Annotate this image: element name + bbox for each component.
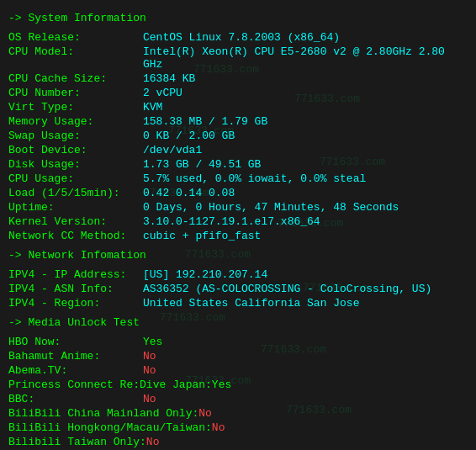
label-swap: Swap Usage:	[8, 130, 143, 142]
info-row: CPU Model: Intel(R) Xeon(R) CPU E5-2680 …	[8, 45, 468, 71]
info-row: Disk Usage: 1.73 GB / 49.51 GB	[8, 158, 468, 171]
value-hbo: Yes	[143, 336, 162, 348]
info-row: BBC: No	[8, 393, 468, 405]
label-bilibili-hk: BiliBili Hongkong/Macau/Taiwan:	[8, 421, 212, 434]
value-cpu-model: Intel(R) Xeon(R) CPU E5-2680 v2 @ 2.80GH…	[143, 45, 468, 71]
info-row: CPU Number: 2 vCPU	[8, 87, 468, 99]
value-princess: Yes	[212, 379, 231, 391]
info-row: BiliBili China Mainland Only: No	[8, 407, 468, 420]
network-info-header: -> Network Infomation	[8, 249, 468, 262]
info-row: Bahamut Anime: No	[8, 350, 468, 363]
info-row: Memory Usage: 158.38 MB / 1.79 GB	[8, 115, 468, 128]
label-bahamut: Bahamut Anime:	[8, 350, 143, 363]
label-bilibili-tw: Bilibili Taiwan Only:	[8, 436, 146, 448]
value-bilibili-china: No	[198, 407, 212, 420]
value-load: 0.42 0.14 0.08	[143, 187, 235, 199]
label-cpu-cache: CPU Cache Size:	[8, 72, 143, 85]
info-row: IPV4 - IP Address: [US] 192.210.207.14	[8, 268, 468, 281]
value-swap: 0 KB / 2.00 GB	[143, 130, 235, 142]
value-ipv4-asn: AS36352 (AS-COLOCROSSING - ColoCrossing,…	[143, 283, 431, 295]
value-os: CentOS Linux 7.8.2003 (x86_64)	[143, 31, 340, 44]
info-row: Kernel Version: 3.10.0-1127.19.1.el7.x86…	[8, 215, 468, 228]
label-uptime: Uptime:	[8, 201, 143, 214]
main-container: -> System Information OS Release: CentOS…	[0, 0, 476, 450]
label-princess: Princess Connect Re:Dive Japan:	[8, 379, 212, 391]
label-hbo: HBO Now:	[8, 336, 143, 348]
label-bilibili-china: BiliBili China Mainland Only:	[8, 407, 198, 420]
label-load: Load (1/5/15min):	[8, 187, 143, 199]
value-abema: No	[143, 364, 156, 377]
info-row: HBO Now: Yes	[8, 336, 468, 348]
info-row: Load (1/5/15min): 0.42 0.14 0.08	[8, 187, 468, 199]
info-row: Virt Type: KVM	[8, 101, 468, 114]
info-row: CPU Cache Size: 16384 KB	[8, 72, 468, 85]
info-row: IPV4 - ASN Info: AS36352 (AS-COLOCROSSIN…	[8, 283, 468, 295]
value-boot: /dev/vda1	[143, 144, 202, 156]
label-memory: Memory Usage:	[8, 115, 143, 128]
info-row: Abema.TV: No	[8, 364, 468, 377]
system-info-header: -> System Information	[8, 12, 468, 24]
label-ipv4-ip: IPV4 - IP Address:	[8, 268, 143, 281]
label-boot: Boot Device:	[8, 144, 143, 156]
value-cpu-usage: 5.7% used, 0.0% iowait, 0.0% steal	[143, 172, 366, 185]
value-bahamut: No	[143, 350, 156, 363]
media-unlock-rows: HBO Now: Yes Bahamut Anime: No Abema.TV:…	[8, 336, 468, 448]
value-ipv4-ip: [US] 192.210.207.14	[143, 268, 267, 281]
value-uptime: 0 Days, 0 Hours, 47 Minutes, 48 Seconds	[143, 201, 399, 214]
media-unlock-header: -> Media Unlock Test	[8, 316, 468, 329]
label-kernel: Kernel Version:	[8, 215, 143, 228]
label-cpu-number: CPU Number:	[8, 87, 143, 99]
info-row: CPU Usage: 5.7% used, 0.0% iowait, 0.0% …	[8, 172, 468, 185]
label-os: OS Release:	[8, 31, 143, 44]
value-bilibili-hk: No	[212, 421, 225, 434]
value-disk: 1.73 GB / 49.51 GB	[143, 158, 261, 171]
label-cc: Network CC Method:	[8, 230, 143, 242]
label-ipv4-region: IPV4 - Region:	[8, 297, 143, 310]
value-cc: cubic + pfifo_fast	[143, 230, 261, 242]
info-row: OS Release: CentOS Linux 7.8.2003 (x86_6…	[8, 31, 468, 44]
value-bilibili-tw: No	[146, 436, 160, 448]
value-memory: 158.38 MB / 1.79 GB	[143, 115, 267, 128]
info-row: Princess Connect Re:Dive Japan: Yes	[8, 379, 468, 391]
info-row: Swap Usage: 0 KB / 2.00 GB	[8, 130, 468, 142]
label-virt: Virt Type:	[8, 101, 143, 114]
label-abema: Abema.TV:	[8, 364, 143, 377]
value-kernel: 3.10.0-1127.19.1.el7.x86_64	[143, 215, 320, 228]
system-info-rows: OS Release: CentOS Linux 7.8.2003 (x86_6…	[8, 31, 468, 242]
info-row: BiliBili Hongkong/Macau/Taiwan: No	[8, 421, 468, 434]
network-info-rows: IPV4 - IP Address: [US] 192.210.207.14 I…	[8, 268, 468, 310]
label-cpu-model: CPU Model:	[8, 45, 143, 71]
value-ipv4-region: United States California San Jose	[143, 297, 359, 310]
value-bbc: No	[143, 393, 156, 405]
info-row: Network CC Method: cubic + pfifo_fast	[8, 230, 468, 242]
label-cpu-usage: CPU Usage:	[8, 172, 143, 185]
info-row: Bilibili Taiwan Only: No	[8, 436, 468, 448]
info-row: Boot Device: /dev/vda1	[8, 144, 468, 156]
value-virt: KVM	[143, 101, 162, 114]
info-row: Uptime: 0 Days, 0 Hours, 47 Minutes, 48 …	[8, 201, 468, 214]
label-disk: Disk Usage:	[8, 158, 143, 171]
value-cpu-number: 2 vCPU	[143, 87, 182, 99]
info-row: IPV4 - Region: United States California …	[8, 297, 468, 310]
label-ipv4-asn: IPV4 - ASN Info:	[8, 283, 143, 295]
label-bbc: BBC:	[8, 393, 143, 405]
value-cpu-cache: 16384 KB	[143, 72, 195, 85]
